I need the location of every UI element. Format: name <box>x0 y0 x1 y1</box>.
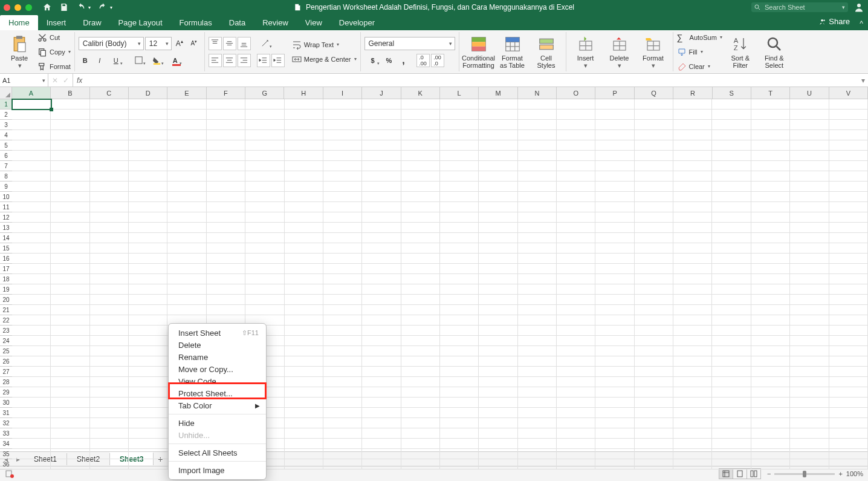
find-select-button[interactable]: Find &Select <box>759 33 790 71</box>
col-header-N[interactable]: N <box>518 87 557 99</box>
bold-button[interactable]: B <box>79 54 92 67</box>
orientation-button[interactable] <box>257 37 274 50</box>
conditional-formatting-button[interactable]: ConditionalFormatting <box>463 33 494 71</box>
row-header-13[interactable]: 13 <box>0 223 12 233</box>
border-button[interactable] <box>131 54 147 67</box>
zoom-out-button[interactable]: − <box>767 470 771 477</box>
font-size-select[interactable]: 12 <box>145 37 172 50</box>
search-sheet-input[interactable] <box>751 2 848 12</box>
row-header-28[interactable]: 28 <box>0 377 12 387</box>
align-center-button[interactable] <box>223 54 236 67</box>
ctx-tab-color[interactable]: Tab Color▶ <box>169 399 266 411</box>
tab-draw[interactable]: Draw <box>74 15 109 30</box>
tab-insert[interactable]: Insert <box>38 15 75 30</box>
zoom-slider[interactable] <box>774 473 835 475</box>
col-header-T[interactable]: T <box>751 87 790 99</box>
select-all-corner[interactable] <box>0 87 12 99</box>
row-header-27[interactable]: 27 <box>0 367 12 377</box>
tab-data[interactable]: Data <box>221 15 254 30</box>
cancel-formula-icon[interactable]: ✕ <box>52 76 58 85</box>
zoom-value[interactable]: 100% <box>846 470 863 477</box>
autosum-button[interactable]: ∑ AutoSum▾ <box>677 31 722 44</box>
italic-button[interactable]: I <box>93 54 106 67</box>
decrease-decimal-button[interactable]: .00.0 <box>431 54 444 67</box>
row-header-3[interactable]: 3 <box>0 120 12 130</box>
col-header-P[interactable]: P <box>595 87 634 99</box>
row-header-29[interactable]: 29 <box>0 387 12 398</box>
row-header-4[interactable]: 4 <box>0 130 12 140</box>
tab-view[interactable]: View <box>297 15 331 30</box>
row-header-23[interactable]: 23 <box>0 326 12 336</box>
zoom-control[interactable]: − + 100% <box>767 470 863 477</box>
tab-review[interactable]: Review <box>254 15 297 30</box>
ctx-delete[interactable]: Delete <box>169 339 266 351</box>
row-header-11[interactable]: 11 <box>0 202 12 212</box>
cell-styles-button[interactable]: CellStyles <box>531 33 562 71</box>
row-header-36[interactable]: 36 <box>0 459 12 470</box>
comma-button[interactable]: , <box>397 54 410 67</box>
user-icon[interactable] <box>853 2 864 13</box>
ctx-protect-sheet[interactable]: Protect Sheet... <box>169 387 266 399</box>
col-header-M[interactable]: M <box>479 87 517 99</box>
row-header-24[interactable]: 24 <box>0 336 12 346</box>
fill-color-button[interactable] <box>149 54 166 67</box>
row-header-8[interactable]: 8 <box>0 171 12 182</box>
col-header-I[interactable]: I <box>323 87 362 99</box>
row-header-15[interactable]: 15 <box>0 243 12 254</box>
view-page-break-button[interactable] <box>747 468 761 479</box>
home-icon[interactable] <box>42 2 52 12</box>
delete-cells-button[interactable]: Delete▾ <box>604 33 635 71</box>
col-header-R[interactable]: R <box>673 87 712 99</box>
row-header-1[interactable]: 1 <box>0 99 12 110</box>
col-header-A[interactable]: A <box>12 87 51 99</box>
percent-button[interactable]: % <box>383 54 396 67</box>
row-header-22[interactable]: 22 <box>0 315 12 326</box>
col-header-B[interactable]: B <box>51 87 89 99</box>
ctx-move-copy[interactable]: Move or Copy... <box>169 363 266 375</box>
view-normal-button[interactable] <box>719 468 733 479</box>
increase-font-button[interactable]: A▴ <box>173 37 186 50</box>
row-header-7[interactable]: 7 <box>0 161 12 171</box>
ctx-select-all-sheets[interactable]: Select All Sheets <box>169 447 266 459</box>
window-minimize-button[interactable] <box>15 4 21 11</box>
decrease-indent-button[interactable] <box>257 54 270 67</box>
col-header-Q[interactable]: Q <box>635 87 673 99</box>
name-box[interactable]: A1 <box>0 74 48 87</box>
align-bottom-button[interactable] <box>238 37 251 50</box>
copy-button[interactable]: Copy▾ <box>37 46 71 58</box>
font-color-button[interactable]: A <box>167 54 184 67</box>
col-header-E[interactable]: E <box>167 87 206 99</box>
align-left-button[interactable] <box>209 54 222 67</box>
format-painter-button[interactable]: Format <box>37 61 71 73</box>
window-close-button[interactable] <box>4 4 10 11</box>
row-header-2[interactable]: 2 <box>0 110 12 120</box>
row-header-18[interactable]: 18 <box>0 274 12 284</box>
collapse-ribbon-icon[interactable]: ^ <box>860 19 863 28</box>
enter-formula-icon[interactable]: ✓ <box>63 76 69 85</box>
increase-indent-button[interactable] <box>271 54 285 67</box>
insert-cells-button[interactable]: Insert▾ <box>570 33 601 71</box>
col-header-V[interactable]: V <box>829 87 868 99</box>
col-header-D[interactable]: D <box>129 87 167 99</box>
ctx-rename[interactable]: Rename <box>169 351 266 363</box>
number-format-select[interactable]: General <box>364 37 455 50</box>
col-header-H[interactable]: H <box>284 87 323 99</box>
sort-filter-button[interactable]: AZSort &Filter <box>725 33 756 71</box>
fill-button[interactable]: Fill▾ <box>677 46 722 58</box>
ctx-import-image[interactable]: Import Image <box>169 464 266 476</box>
row-header-19[interactable]: 19 <box>0 284 12 295</box>
row-header-34[interactable]: 34 <box>0 439 12 449</box>
row-header-30[interactable]: 30 <box>0 398 12 408</box>
wrap-text-button[interactable]: Wrap Text▾ <box>292 39 357 51</box>
worksheet-grid[interactable]: ABCDEFGHIJKLMNOPQRSTUV 12345678910111213… <box>0 87 868 451</box>
align-top-button[interactable] <box>209 37 222 50</box>
col-header-L[interactable]: L <box>440 87 479 99</box>
row-header-33[interactable]: 33 <box>0 428 12 439</box>
share-button[interactable]: Share <box>818 17 850 26</box>
zoom-in-button[interactable]: + <box>838 470 842 477</box>
format-cells-button[interactable]: Format▾ <box>638 33 669 71</box>
col-header-C[interactable]: C <box>90 87 129 99</box>
ctx-hide[interactable]: Hide <box>169 417 266 429</box>
row-header-10[interactable]: 10 <box>0 192 12 202</box>
tab-developer[interactable]: Developer <box>331 15 383 30</box>
